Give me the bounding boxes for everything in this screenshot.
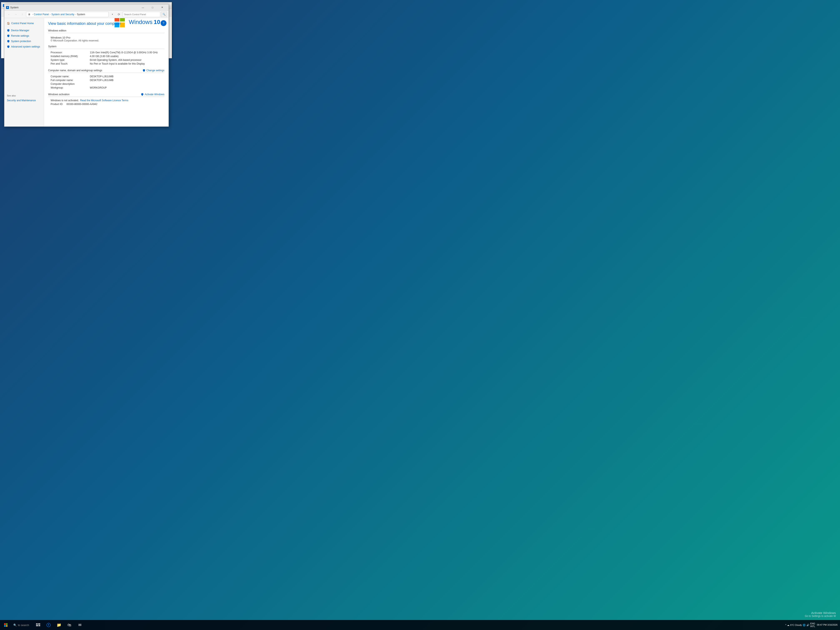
pen-touch-value: No Pen or Touch Input is available for t… [90,62,145,65]
search-btn[interactable]: 🔍 [161,12,167,17]
computer-name-section: Computer name, domain and workgroup sett… [48,69,164,90]
computer-description-label: Computer description: [51,82,88,85]
ram-row: Installed memory (RAM): 4.00 GB (3.80 GB… [48,54,164,58]
taskbar-time: 09:47 PM 3/16/2026 [817,623,837,627]
explorer-btn[interactable]: 📁 [54,620,64,630]
sidebar-item-device-manager[interactable]: Device Manager [5,28,44,33]
computer-name-value: DESKTOP-LJ61UMB [90,75,114,78]
computer-name-label: Computer name: [51,75,88,78]
dropdown-btn[interactable]: ▾ [109,11,115,17]
windows-logo-text: Windows 10 [129,19,160,25]
store-icon: 🛍 [68,623,71,627]
system-window-controls: — □ ✕ [138,4,167,11]
forward-btn[interactable]: → [13,11,19,17]
full-computer-name-value: DESKTOP-LJ61UMB [90,79,114,82]
activation-terms-link[interactable]: Read the Microsoft Software Licence Term… [80,99,128,102]
system-titlebar: 🖥 System — □ ✕ [5,5,169,11]
product-id-value: 00330-80000-00000-AA942 [66,103,97,106]
product-id-label: Product ID: [51,103,63,106]
svg-rect-0 [4,623,6,625]
sidebar: 🏠 Control Panel Home Device Manager Remo… [5,18,44,126]
activate-windows-link[interactable]: Activate Windows [141,93,164,96]
ram-label: Installed memory (RAM): [51,55,88,58]
taskview-btn[interactable] [33,620,43,630]
change-settings-link[interactable]: Change settings [142,69,164,72]
system-title-text: System [10,6,138,9]
mail-icon: ✉ [78,623,82,627]
shield-icon-protection [7,40,10,43]
device-manager-label: Device Manager [11,29,29,32]
systray: ^ ☁ 6°C Cloudy 🌐 🔊 ENGINTL [785,622,815,628]
sidebar-home-label: Control Panel Home [11,22,34,25]
main-panel: ? View basic information about your comp… [44,18,169,126]
system-section: System Processor: 11th Gen Intel(R) Core… [48,45,164,66]
see-also-label: See also [5,91,44,98]
system-type-row: System type: 64-bit Operating System, x6… [48,58,164,62]
up-btn[interactable]: ↑ [19,11,25,17]
breadcrumb-home-icon: 🖥 [28,13,30,16]
start-button[interactable] [1,620,11,630]
windows-text: Windows [129,19,153,25]
edition-name: Windows 10 Pro [51,36,162,39]
edition-section: Windows 10 Windows edition Windows 10 Pr… [48,29,164,45]
shield-icon-advanced [7,45,10,48]
edition-copyright: © Microsoft Corporation. All rights rese… [51,39,162,42]
full-computer-name-row: Full computer name: DESKTOP-LJ61UMB [48,78,164,82]
logo-tile-tr [120,18,125,22]
content-area: 🏠 Control Panel Home Device Manager Remo… [5,18,169,126]
product-id-row: Product ID: 00330-80000-00000-AA942 [48,102,164,106]
breadcrumb-control-panel[interactable]: Control Panel [34,13,49,16]
change-settings-label: Change settings [146,69,164,72]
activate-windows-label: Activate Windows [145,93,164,96]
search-icon: 🔍 [13,624,17,627]
sidebar-item-system-protection[interactable]: System protection [5,38,44,44]
system-window-icon: 🖥 [6,6,9,9]
pen-touch-label: Pen and Touch: [51,62,88,65]
up-arrow-icon[interactable]: ^ [785,624,786,626]
store-btn[interactable]: 🛍 [65,620,74,630]
activation-status-row: Windows is not activated. Read the Micro… [48,98,164,102]
search-text: to search [18,624,29,627]
taskbar-search[interactable]: 🔍 to search [11,624,32,627]
sidebar-home[interactable]: 🏠 Control Panel Home [5,21,44,26]
svg-rect-3 [6,625,8,627]
help-btn[interactable]: ? [161,20,166,26]
svg-rect-5 [38,623,40,625]
svg-rect-1 [6,623,8,625]
system-protection-label: System protection [11,40,31,43]
system-minimize-btn[interactable]: — [138,4,148,11]
sidebar-item-remote-settings[interactable]: Remote settings [5,33,44,38]
volume-icon[interactable]: 🔊 [807,624,809,627]
search-input[interactable] [123,12,160,17]
svg-rect-7 [38,625,40,626]
computer-name-row: Computer name: DESKTOP-LJ61UMB [48,74,164,78]
edition-info: Windows 10 Pro © Microsoft Corporation. … [48,35,164,43]
navigation-bar: ← → ↑ 🖥 › Control Panel › System and Sec… [5,11,169,18]
svg-rect-4 [36,623,38,625]
refresh-btn[interactable]: ⟳ [116,11,122,17]
sidebar-item-advanced-settings[interactable]: Advanced system settings [5,44,44,49]
ram-value: 4.00 GB (3.80 GB usable) [90,55,118,58]
breadcrumb-system-security[interactable]: System and Security [52,13,74,16]
remote-settings-label: Remote settings [11,35,29,37]
system-maximize-btn[interactable]: □ [148,4,157,11]
edge-btn[interactable] [44,620,54,630]
activation-section: Windows activation Windows is not activa… [48,93,164,106]
full-computer-name-label: Full computer name: [51,79,88,82]
computer-description-row: Computer description: [48,82,164,86]
mail-btn[interactable]: ✉ [75,620,85,630]
language-indicator: ENGINTL [810,622,815,628]
processor-label: Processor: [51,51,88,54]
system-window: 🖥 System — □ ✕ ← → ↑ 🖥 › Control Panel ›… [4,4,169,127]
pen-touch-row: Pen and Touch: No Pen or Touch Input is … [48,62,164,66]
back-btn[interactable]: ← [6,11,12,17]
edge-icon [46,623,51,627]
activate-watermark: Activate Windows Go to Settings to activ… [805,611,836,617]
svg-rect-2 [4,625,6,627]
logo-tile-tl [115,18,119,22]
shield-icon-activate [141,93,144,96]
sidebar-item-security-maintenance[interactable]: Security and Maintenance [5,98,44,103]
system-close-btn[interactable]: ✕ [157,4,167,11]
network-icon[interactable]: 🌐 [803,624,805,627]
advanced-system-settings-label: Advanced system settings [11,45,40,48]
